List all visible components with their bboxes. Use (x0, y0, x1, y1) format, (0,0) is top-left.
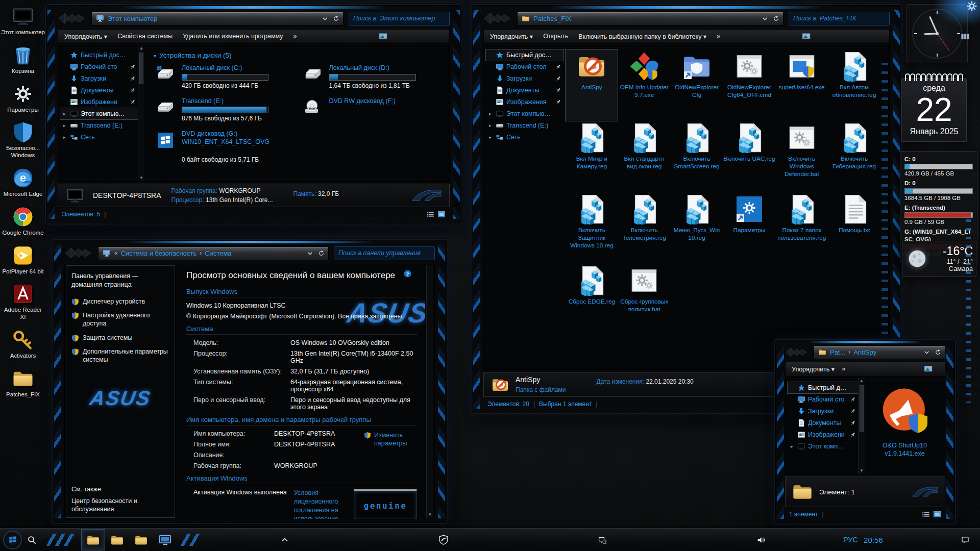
desktop-icon[interactable]: Безопасно... Windows (1, 121, 45, 159)
expander-arrow[interactable]: ▸ (489, 123, 493, 128)
list-view-icon[interactable] (922, 511, 930, 518)
thumbnail-view-icon[interactable] (933, 511, 941, 518)
nav-link[interactable]: Диспетчер устройств (71, 297, 169, 306)
toolbar-button[interactable]: Свойства системы (117, 33, 173, 40)
toolbar-button[interactable]: » (842, 365, 845, 373)
see-also-link[interactable]: Центр безопасности и обслуживания (71, 497, 169, 514)
scroll-up-arrow[interactable]: ▲ (859, 378, 865, 384)
file-tile[interactable]: Включить UAC.reg (723, 121, 775, 192)
desktop-icon[interactable]: Параметры (1, 83, 45, 114)
file-tile[interactable]: Включить Гибернация.reg (828, 121, 880, 192)
help-icon[interactable] (403, 269, 412, 278)
license-terms-link[interactable]: Условия лицензионного соглашения на испо… (294, 489, 347, 519)
scroll-up-arrow[interactable]: ▲ (138, 45, 144, 52)
file-tile[interactable]: Включить Windows Defender.bat (776, 121, 828, 192)
file-tile[interactable]: Включить Защитник Windows 10.reg (566, 192, 618, 264)
drive-item[interactable]: Локальный диск (C:) 420 ГБ свободно из 4… (154, 64, 297, 89)
expander-arrow[interactable]: ▸ (489, 135, 493, 140)
window-scrollbar[interactable]: ▼ (426, 265, 433, 518)
sidebar-item[interactable]: Загрузки (60, 73, 138, 84)
file-tile[interactable]: Показ 7 папок пользователя.reg (776, 192, 828, 264)
breadcrumb-category[interactable]: Система и безопасность (121, 249, 197, 257)
taskbar-search-button[interactable] (22, 530, 41, 549)
sidebar-item[interactable]: Изображени (60, 96, 138, 108)
search-input[interactable]: Поиск в: Этот компьютер (349, 12, 450, 26)
drive-item[interactable]: Локальный диск (D:) 1,64 ТБ свободно из … (301, 64, 445, 89)
clock-time[interactable]: 20:56 (864, 536, 883, 544)
file-tile[interactable]: Вкл Автом обновление.reg (828, 49, 880, 121)
titlebar[interactable]: Этот компьютер Поиск в: Этот компьютер (58, 9, 450, 28)
file-tile[interactable]: OldNewExplorer Cfg (671, 49, 723, 121)
desktop-icon[interactable]: Корзина (1, 44, 45, 75)
expander-arrow[interactable]: ▸ (489, 111, 493, 116)
sidebar-item[interactable]: Изображени (788, 429, 858, 440)
toolbar-button[interactable]: Включить выбранную папку в библиотеку ▾ (578, 33, 706, 40)
toolbar-button[interactable]: » (293, 33, 297, 40)
desktop-icon[interactable]: Этот компьютер (1, 5, 45, 36)
views-icon[interactable] (852, 365, 980, 373)
sidebar-item[interactable]: ▸ Сеть (60, 132, 138, 143)
scroll-down-arrow[interactable]: ▼ (138, 175, 144, 181)
toolbar-button[interactable]: Удалить или изменить программу (183, 33, 283, 40)
sidebar-item[interactable]: Рабочий сто (788, 394, 858, 405)
sidebar-item[interactable]: Документы (486, 85, 564, 96)
sidebar-scrollbar[interactable]: ▲ ▼ (858, 378, 865, 474)
show-hidden-icons-chevron[interactable] (208, 536, 361, 544)
chevron-down-icon[interactable] (762, 15, 768, 22)
file-tile[interactable]: Помощь.txt (828, 192, 880, 264)
address-bar[interactable]: Pat... › AntiSpy (814, 345, 945, 359)
back-chevrons[interactable]: « (114, 249, 118, 257)
collapse-triangle-icon[interactable]: ▾ (154, 53, 156, 59)
list-view-icon[interactable] (426, 211, 434, 218)
action-center-icon[interactable] (889, 536, 980, 544)
sidebar-item[interactable]: Документы (60, 85, 138, 96)
taskbar-app-button[interactable] (129, 529, 153, 550)
columns-icon[interactable] (889, 33, 980, 40)
search-input[interactable]: Поиск в: Patches_FIX (789, 12, 890, 26)
expander-arrow[interactable]: ▸ (63, 135, 67, 140)
sidebar-scrollbar[interactable]: ▲ ▼ (138, 45, 144, 181)
refresh-icon[interactable] (318, 250, 325, 257)
address-bar[interactable]: « Система и безопасность › Система (98, 246, 329, 260)
address-bar[interactable]: Patches_FIX (517, 12, 783, 26)
address-bar[interactable]: Этот компьютер (91, 12, 344, 26)
sidebar-item[interactable]: ▸ Сеть (486, 132, 564, 143)
breadcrumb[interactable]: Этот компьютер (108, 15, 157, 22)
desktop-icon[interactable]: PotPlayer 64 bit (1, 244, 45, 276)
sidebar-item[interactable]: Быстрый доступ (60, 49, 138, 61)
file-icon[interactable] (878, 385, 932, 438)
titlebar[interactable]: « Система и безопасность › Система Поиск… (64, 243, 435, 263)
refresh-icon[interactable] (333, 15, 339, 22)
sidebar-item[interactable]: ▸ Transcend (E:) (486, 120, 564, 131)
file-tile[interactable]: AntiSpy (566, 49, 618, 121)
chevron-down-icon[interactable] (322, 15, 328, 22)
file-area-scrollbar[interactable] (881, 63, 888, 349)
expander-arrow[interactable]: ▸ (791, 444, 795, 449)
breadcrumb-current[interactable]: AntiSpy (853, 348, 876, 356)
taskbar-app-button[interactable] (81, 529, 105, 550)
breadcrumb[interactable]: Patches_FIX (533, 15, 571, 22)
nav-link[interactable]: Защита системы (71, 334, 169, 342)
taskbar-app-button[interactable] (105, 529, 129, 550)
sidebar-item[interactable]: ▸ Transcend (E:) (60, 120, 138, 131)
file-tile[interactable]: Включить Телеметрия.reg (618, 192, 670, 264)
desktop-icon[interactable]: Activators (1, 329, 45, 360)
titlebar[interactable]: Patches_FIX Поиск в: Patches_FIX (483, 9, 890, 28)
sidebar-item[interactable]: Документы (788, 417, 858, 429)
expander-arrow[interactable]: ▸ (63, 111, 67, 116)
chevron-down-icon[interactable] (923, 349, 930, 356)
scrollbar-thumb[interactable] (139, 53, 143, 84)
sidebar-item[interactable]: Быстрый доступ (788, 382, 858, 393)
sidebar-item[interactable]: Рабочий стол (486, 61, 564, 72)
file-tile[interactable]: Вкл Микр и Камеру.reg (566, 121, 618, 192)
desktop-icon[interactable]: Patches_FIX (1, 367, 45, 398)
scroll-down-arrow[interactable]: ▼ (859, 468, 865, 474)
breadcrumb-parent[interactable]: Pat... (830, 348, 845, 356)
drive-item[interactable]: DVD RW дисковод (F:) (301, 97, 445, 122)
drive-item[interactable]: DVD-дисковод (G:) WIN10_ENT_X64_LTSC_OVG… (154, 130, 297, 163)
sidebar-item[interactable]: ▸ Этот компьютер (788, 441, 858, 452)
sidebar-item[interactable]: ▸ Этот компьютер (60, 108, 138, 119)
network-tray-icon[interactable] (526, 536, 679, 544)
titlebar[interactable]: Pat... › AntiSpy (785, 343, 945, 361)
toolbar-button[interactable]: Упорядочить ▾ (64, 33, 107, 40)
